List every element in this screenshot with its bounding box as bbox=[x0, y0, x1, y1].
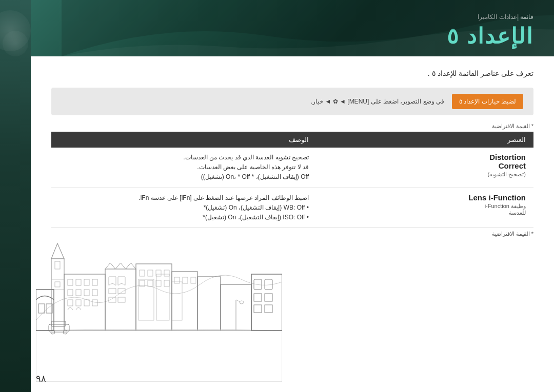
header: قائمة إعدادات الكاميرا الإعداد ٥ bbox=[31, 0, 554, 56]
row2-desc-text: اضبط الوظائف المراد عرضها عند الضغط على … bbox=[59, 193, 309, 223]
info-box-instruction: في وضع التصوير، اضغط على [MENU] ◄ ✿ ◄ خي… bbox=[62, 98, 452, 105]
row1-element-title: DistortionCorrect bbox=[324, 153, 526, 170]
header-decoration bbox=[62, 0, 554, 56]
row1-desc-text: تصحيح تشويه العدسة الذي قد يحدث من العدس… bbox=[59, 153, 309, 182]
sketch-area bbox=[36, 228, 282, 382]
page-number: ٩٨ bbox=[36, 373, 46, 384]
sidebar-decoration-2 bbox=[3, 31, 28, 56]
sidebar bbox=[0, 0, 31, 392]
table-header: الوصف العنصر bbox=[51, 132, 533, 148]
row2-element-title: Lens i-Function bbox=[324, 193, 526, 202]
table-row: تصحيح تشويه العدسة الذي قد يحدث من العدس… bbox=[51, 148, 533, 188]
tab-label: لضبط خيارات الإعداد ٥ bbox=[452, 94, 523, 109]
row2-element-subtitle: وظيفة i-Functionللعدسة bbox=[324, 203, 526, 216]
col-desc-header: الوصف bbox=[51, 132, 316, 148]
table-row: اضبط الوظائف المراد عرضها عند الضغط على … bbox=[51, 188, 533, 228]
col-element-header: العنصر bbox=[316, 132, 533, 148]
row1-element: DistortionCorrect (تصحيح التشويه) bbox=[316, 148, 533, 188]
row2-desc: اضبط الوظائف المراد عرضها عند الضغط على … bbox=[51, 188, 316, 228]
building-sketch-svg bbox=[36, 228, 282, 382]
row2-element-content: Lens i-Function وظيفة i-Functionللعدسة bbox=[324, 193, 526, 216]
row2-element: Lens i-Function وظيفة i-Functionللعدسة bbox=[316, 188, 533, 228]
table-container: * القيمة الافتراضية الوصف العنصر تصحيح ت… bbox=[51, 123, 533, 237]
row1-element-subtitle: (تصحيح التشويه) bbox=[324, 171, 526, 178]
table-note-top: * القيمة الافتراضية bbox=[51, 123, 533, 130]
intro-text: تعرف على عناصر القائمة للإعداد ٥ . bbox=[51, 69, 533, 77]
row1-element-content: DistortionCorrect (تصحيح التشويه) bbox=[324, 153, 526, 178]
settings-table: الوصف العنصر تصحيح تشويه العدسة الذي قد … bbox=[51, 132, 533, 228]
row1-desc: تصحيح تشويه العدسة الذي قد يحدث من العدس… bbox=[51, 148, 316, 188]
info-box: لضبط خيارات الإعداد ٥ في وضع التصوير، اض… bbox=[51, 88, 533, 115]
